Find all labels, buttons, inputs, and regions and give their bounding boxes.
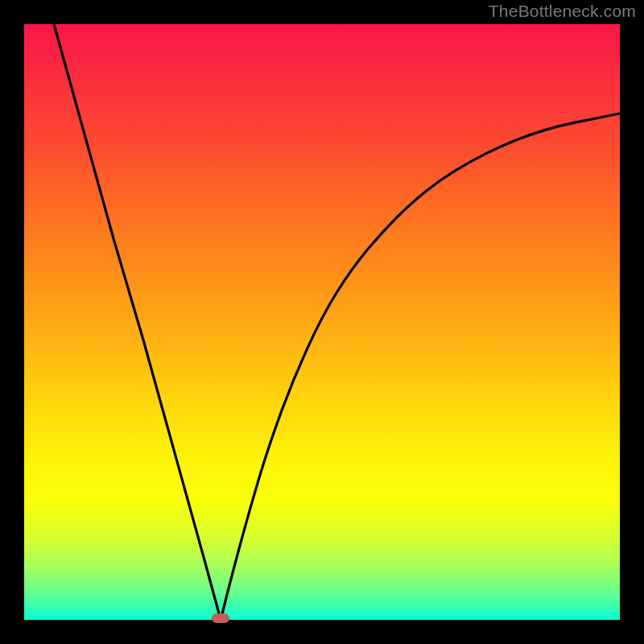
curve-path: [54, 24, 620, 620]
bottleneck-curve: [24, 24, 620, 620]
plot-area: [24, 24, 620, 620]
watermark-text: TheBottleneck.com: [489, 2, 636, 21]
minimum-marker: [212, 613, 229, 623]
chart-frame: TheBottleneck.com: [0, 0, 644, 644]
